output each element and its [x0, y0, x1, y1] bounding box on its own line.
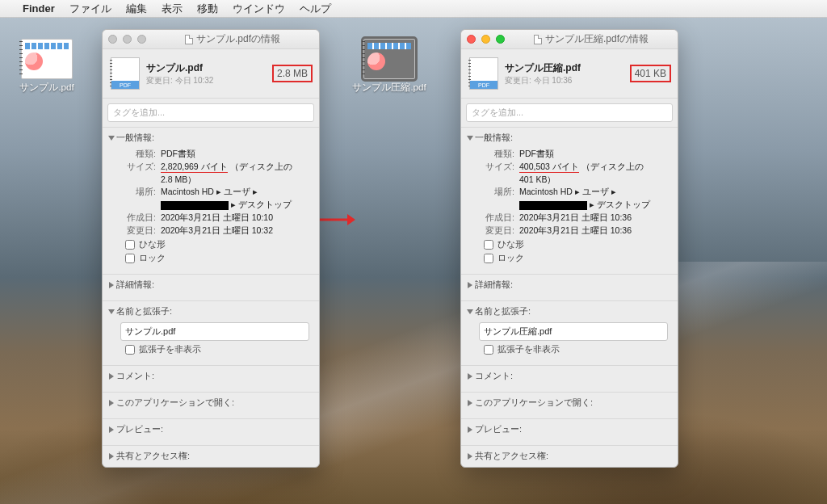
name-ext-input[interactable]: サンプル圧縮.pdf — [479, 322, 668, 341]
section-general[interactable]: 一般情報: — [468, 132, 671, 144]
menu-window[interactable]: ウインドウ — [233, 2, 285, 16]
disclosure-triangle-icon — [467, 136, 473, 141]
disclosure-triangle-icon — [108, 309, 115, 314]
stationery-checkbox[interactable]: ひな形 — [109, 239, 313, 250]
modified-short: 変更日: 今日 10:32 — [146, 75, 213, 86]
kind-value: PDF書類 — [156, 148, 313, 161]
desktop-icon-sample-compressed-pdf[interactable]: サンプル圧縮.pdf — [357, 39, 422, 94]
info-panel-compressed: サンプル圧縮.pdfの情報 PDF サンプル圧縮.pdf 変更日: 今日 10:… — [460, 29, 678, 468]
section-more-info[interactable]: 詳細情報: — [109, 279, 313, 291]
stationery-checkbox[interactable]: ひな形 — [468, 239, 671, 250]
redacted-path — [161, 201, 229, 210]
preview-icon: PDF — [111, 57, 140, 90]
file-name: サンプル.pdf — [146, 61, 213, 75]
section-sharing[interactable]: 共有とアクセス権: — [109, 450, 313, 462]
where-value: Macintosh HD ▸ ユーザ ▸ — [156, 186, 313, 199]
modified-value: 2020年3月21日 土曜日 10:32 — [156, 225, 313, 237]
titlebar[interactable]: サンプル圧縮.pdfの情報 — [461, 30, 678, 49]
desktop-icon-sample-pdf[interactable]: サンプル.pdf — [15, 39, 79, 94]
section-preview[interactable]: プレビュー: — [109, 423, 313, 435]
file-icon — [21, 39, 73, 79]
file-label: サンプル.pdf — [19, 82, 73, 94]
section-sharing[interactable]: 共有とアクセス権: — [468, 450, 671, 462]
disclosure-triangle-icon — [109, 400, 114, 406]
doc-icon — [185, 35, 193, 44]
minimize-button[interactable] — [481, 35, 490, 44]
menu-app[interactable]: Finder — [23, 2, 55, 15]
section-comment[interactable]: コメント: — [109, 370, 313, 382]
info-panel-original: サンプル.pdfの情報 PDF サンプル.pdf 変更日: 今日 10:32 2… — [102, 29, 320, 468]
created-value: 2020年3月21日 土曜日 10:36 — [514, 212, 671, 225]
disclosure-triangle-icon — [468, 426, 472, 433]
section-name-ext[interactable]: 名前と拡張子: — [109, 305, 313, 317]
zoom-button[interactable] — [137, 35, 146, 44]
minimize-button[interactable] — [123, 35, 132, 44]
kind-value: PDF書類 — [514, 148, 671, 161]
menu-go[interactable]: 移動 — [197, 2, 218, 16]
locked-checkbox[interactable]: ロック — [468, 253, 671, 264]
name-ext-input[interactable]: サンプル.pdf — [120, 322, 309, 341]
disclosure-triangle-icon — [468, 400, 472, 406]
disclosure-triangle-icon — [468, 282, 472, 288]
disclosure-triangle-icon — [468, 453, 472, 460]
comparison-arrow-icon — [315, 212, 355, 227]
tags-input[interactable]: タグを追加... — [466, 103, 673, 122]
zoom-button[interactable] — [496, 35, 505, 44]
section-preview[interactable]: プレビュー: — [468, 423, 671, 435]
window-title: サンプル圧縮.pdfの情報 — [510, 32, 672, 46]
size-value: 400,503 バイト （ディスク上の — [514, 161, 671, 174]
menubar[interactable]: Finder ファイル 編集 表示 移動 ウインドウ ヘルプ — [0, 0, 827, 18]
modified-value: 2020年3月21日 土曜日 10:36 — [514, 225, 671, 237]
section-open-with[interactable]: このアプリケーションで開く: — [468, 397, 671, 409]
titlebar[interactable]: サンプル.pdfの情報 — [103, 30, 319, 49]
file-icon — [363, 39, 415, 79]
disclosure-triangle-icon — [108, 136, 115, 141]
size-badge: 2.8 MB — [274, 66, 311, 81]
file-name: サンプル圧縮.pdf — [505, 61, 581, 75]
section-comment[interactable]: コメント: — [468, 370, 671, 382]
close-button[interactable] — [467, 35, 476, 44]
section-open-with[interactable]: このアプリケーションで開く: — [109, 397, 313, 409]
size-badge: 401 KB — [632, 66, 670, 81]
preview-icon: PDF — [469, 57, 498, 90]
disclosure-triangle-icon — [467, 309, 473, 314]
menu-edit[interactable]: 編集 — [126, 2, 147, 16]
modified-short: 変更日: 今日 10:36 — [505, 75, 581, 86]
where-value: Macintosh HD ▸ ユーザ ▸ — [514, 186, 671, 199]
disclosure-triangle-icon — [109, 282, 114, 288]
section-general[interactable]: 一般情報: — [109, 132, 313, 144]
section-more-info[interactable]: 詳細情報: — [468, 279, 671, 291]
doc-icon — [534, 35, 542, 44]
svg-marker-1 — [347, 214, 355, 225]
menu-help[interactable]: ヘルプ — [300, 2, 331, 16]
tags-input[interactable]: タグを追加... — [107, 103, 314, 122]
hide-ext-checkbox[interactable]: 拡張子を非表示 — [468, 344, 671, 355]
hide-ext-checkbox[interactable]: 拡張子を非表示 — [109, 344, 313, 355]
menu-view[interactable]: 表示 — [162, 2, 183, 16]
disclosure-triangle-icon — [109, 453, 114, 460]
size-value: 2,820,969 バイト （ディスク上の — [156, 161, 313, 174]
window-title: サンプル.pdfの情報 — [152, 32, 313, 46]
disclosure-triangle-icon — [109, 373, 114, 380]
created-value: 2020年3月21日 土曜日 10:10 — [156, 212, 313, 225]
file-label: サンプル圧縮.pdf — [352, 82, 426, 94]
redacted-path — [519, 201, 587, 210]
disclosure-triangle-icon — [468, 373, 472, 380]
section-name-ext[interactable]: 名前と拡張子: — [468, 305, 671, 317]
disclosure-triangle-icon — [109, 426, 114, 433]
locked-checkbox[interactable]: ロック — [109, 253, 313, 264]
menu-file[interactable]: ファイル — [69, 2, 111, 16]
close-button[interactable] — [108, 35, 117, 44]
